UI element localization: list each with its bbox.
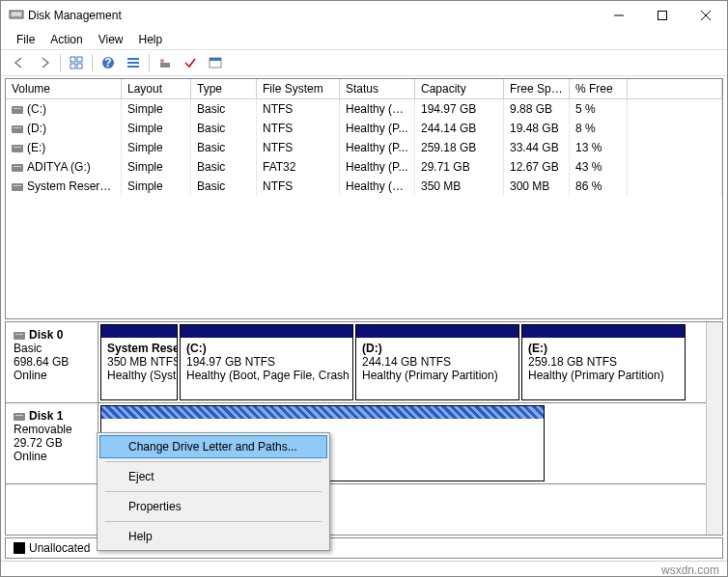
disk-icon xyxy=(12,125,23,133)
check-icon[interactable] xyxy=(179,52,202,73)
col-free[interactable]: Free Spa... xyxy=(504,79,570,98)
menu-file[interactable]: File xyxy=(9,31,42,48)
scrollbar[interactable] xyxy=(706,322,722,535)
table-row[interactable]: System Reserved SimpleBasicNTFS Healthy … xyxy=(6,177,722,196)
col-spacer xyxy=(628,79,722,98)
partition[interactable]: (E:)259.18 GB NTFSHealthy (Primary Parti… xyxy=(521,324,686,400)
partition[interactable]: (C:)194.97 GB NTFSHealthy (Boot, Page Fi… xyxy=(180,324,353,400)
back-button[interactable] xyxy=(8,52,31,73)
disk-icon xyxy=(14,332,25,340)
table-row[interactable]: (C:) SimpleBasicNTFS Healthy (B...194.97… xyxy=(6,99,722,119)
column-headers[interactable]: Volume Layout Type File System Status Ca… xyxy=(6,79,722,99)
window-title: Disk Management xyxy=(24,9,597,22)
ctx-help[interactable]: Help xyxy=(99,525,327,548)
svg-point-17 xyxy=(160,59,164,63)
disk-icon xyxy=(12,183,23,191)
svg-rect-7 xyxy=(70,57,75,62)
col-volume[interactable]: Volume xyxy=(6,79,122,98)
menu-action[interactable]: Action xyxy=(42,31,90,48)
svg-rect-16 xyxy=(160,63,170,68)
ctx-eject[interactable]: Eject xyxy=(99,465,327,488)
toolbar: ? xyxy=(1,49,727,76)
minimize-button[interactable] xyxy=(597,1,640,30)
context-menu: Change Drive Letter and Paths... Eject P… xyxy=(97,432,330,551)
disk-icon xyxy=(12,106,23,114)
svg-rect-2 xyxy=(12,14,21,15)
svg-rect-8 xyxy=(77,57,82,62)
list-icon[interactable] xyxy=(122,52,145,73)
svg-rect-10 xyxy=(77,64,82,69)
app-icon xyxy=(9,7,24,25)
svg-rect-4 xyxy=(658,12,666,20)
disk-info: Disk 0Basic698.64 GBOnline xyxy=(6,322,98,402)
menu-view[interactable]: View xyxy=(91,31,131,48)
svg-rect-9 xyxy=(70,64,75,69)
col-pfree[interactable]: % Free xyxy=(570,79,628,98)
ctx-properties[interactable]: Properties xyxy=(99,495,327,518)
help-icon[interactable]: ? xyxy=(97,52,120,73)
volume-list[interactable]: Volume Layout Type File System Status Ca… xyxy=(5,78,723,319)
legend-swatch-unallocated xyxy=(14,542,25,554)
watermark: wsxdn.com xyxy=(661,563,719,577)
col-layout[interactable]: Layout xyxy=(122,79,191,98)
title-bar: Disk Management xyxy=(1,1,727,30)
disk-row: Disk 0Basic698.64 GBOnlineSystem Rese350… xyxy=(6,322,706,403)
svg-rect-1 xyxy=(12,13,21,14)
settings-icon[interactable] xyxy=(154,52,177,73)
ctx-change-drive-letter[interactable]: Change Drive Letter and Paths... xyxy=(99,435,327,458)
col-capacity[interactable]: Capacity xyxy=(415,79,504,98)
table-row[interactable]: (D:) SimpleBasicNTFS Healthy (P...244.14… xyxy=(6,119,722,138)
disk-icon xyxy=(12,164,23,172)
disk-icon xyxy=(12,145,23,152)
partition[interactable]: (D:)244.14 GB NTFSHealthy (Primary Parti… xyxy=(355,324,519,400)
panel-icon[interactable] xyxy=(204,52,227,73)
partition-strip: System Rese350 MB NTFSHealthy (Syst(C:)1… xyxy=(98,322,706,402)
disk-info: Disk 1Removable29.72 GBOnline xyxy=(6,403,98,483)
table-row[interactable]: ADITYA (G:) SimpleBasicFAT32 Healthy (P.… xyxy=(6,157,722,177)
disk-icon xyxy=(14,413,25,421)
forward-button[interactable] xyxy=(33,52,56,73)
col-filesystem[interactable]: File System xyxy=(257,79,340,98)
col-status[interactable]: Status xyxy=(340,79,415,98)
svg-rect-14 xyxy=(127,62,139,64)
svg-rect-15 xyxy=(127,66,139,68)
menu-bar: File Action View Help xyxy=(1,30,727,49)
status-bar: wsxdn.com xyxy=(1,561,727,577)
svg-text:?: ? xyxy=(104,56,111,69)
legend-unallocated: Unallocated xyxy=(29,541,90,555)
close-button[interactable] xyxy=(684,1,727,30)
view-grid-icon[interactable] xyxy=(65,52,88,73)
menu-help[interactable]: Help xyxy=(131,31,171,48)
col-type[interactable]: Type xyxy=(191,79,257,98)
partition[interactable]: System Rese350 MB NTFSHealthy (Syst xyxy=(100,324,178,400)
svg-rect-13 xyxy=(127,58,139,60)
maximize-button[interactable] xyxy=(640,1,684,30)
table-row[interactable]: (E:) SimpleBasicNTFS Healthy (P...259.18… xyxy=(6,138,722,157)
svg-rect-19 xyxy=(210,58,221,61)
